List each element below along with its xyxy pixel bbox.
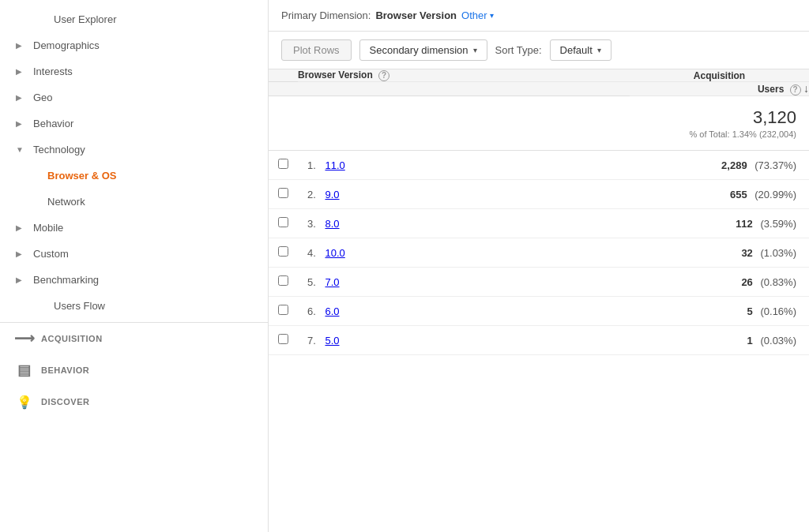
sidebar-label: Custom bbox=[33, 248, 69, 260]
help-icon[interactable]: ? bbox=[790, 84, 801, 96]
plot-rows-button[interactable]: Plot Rows bbox=[281, 39, 352, 61]
metric-pct: (73.37%) bbox=[754, 159, 796, 171]
behavior-icon: ▤ bbox=[16, 362, 33, 379]
arrow-icon: ▶ bbox=[16, 275, 25, 284]
secondary-dim-label: Secondary dimension bbox=[370, 44, 468, 56]
sidebar-label: DISCOVER bbox=[41, 397, 89, 406]
row-metric-cell: 655 (20.99%) bbox=[630, 180, 809, 209]
sidebar-item-technology[interactable]: ▼ Technology bbox=[0, 137, 268, 163]
bottom-nav: ⟶ ACQUISITION ▤ BEHAVIOR 💡 DISCOVER bbox=[0, 322, 268, 418]
chevron-down-icon: ▾ bbox=[597, 46, 601, 54]
sort-default-dropdown[interactable]: Default ▾ bbox=[550, 39, 611, 61]
metric-value: 1 bbox=[747, 335, 753, 347]
metric-pct: (20.99%) bbox=[754, 189, 796, 200]
sidebar-item-mobile[interactable]: ▶ Mobile bbox=[0, 215, 268, 241]
row-checkbox-cell[interactable] bbox=[269, 151, 298, 180]
browser-version-link[interactable]: 11.0 bbox=[325, 159, 344, 171]
arrow-icon: ▶ bbox=[16, 249, 25, 258]
metric-pct: (1.03%) bbox=[760, 247, 796, 259]
arrow-icon: ▼ bbox=[16, 145, 25, 154]
row-checkbox[interactable] bbox=[278, 275, 288, 286]
row-metric-cell: 26 (0.83%) bbox=[630, 268, 809, 297]
row-metric-cell: 1 (0.03%) bbox=[630, 326, 809, 355]
arrow-icon: ▶ bbox=[16, 67, 25, 76]
metric-value: 655 bbox=[730, 189, 747, 200]
sidebar-item-acquisition[interactable]: ⟶ ACQUISITION bbox=[0, 323, 268, 354]
sidebar-label: ACQUISITION bbox=[41, 334, 103, 343]
browser-version-link[interactable]: 10.0 bbox=[325, 247, 344, 259]
metric-value: 32 bbox=[741, 247, 752, 259]
row-dim-cell: 3. 8.0 bbox=[298, 209, 630, 238]
sidebar-label: Technology bbox=[33, 144, 85, 155]
table-row: 2. 9.0 655 (20.99%) bbox=[269, 180, 809, 209]
row-rank: 5. bbox=[307, 276, 316, 288]
sidebar-item-discover[interactable]: 💡 DISCOVER bbox=[0, 386, 268, 418]
sidebar-item-benchmarking[interactable]: ▶ Benchmarking bbox=[0, 267, 268, 293]
sidebar-item-custom[interactable]: ▶ Custom bbox=[0, 241, 268, 267]
row-metric-cell: 2,289 (73.37%) bbox=[630, 151, 809, 180]
total-sub: % of Total: 1.34% (232,004) bbox=[642, 129, 796, 139]
sidebar-label: BEHAVIOR bbox=[41, 365, 89, 375]
browser-version-link[interactable]: 5.0 bbox=[325, 335, 339, 347]
row-checkbox[interactable] bbox=[278, 188, 288, 198]
help-icon[interactable]: ? bbox=[378, 70, 389, 81]
row-checkbox-cell[interactable] bbox=[269, 297, 298, 326]
row-checkbox-cell[interactable] bbox=[269, 238, 298, 268]
sidebar-label: Interests bbox=[33, 66, 73, 77]
sort-arrow-icon: ↓ bbox=[803, 82, 809, 95]
secondary-dimension-dropdown[interactable]: Secondary dimension ▾ bbox=[359, 39, 487, 61]
browser-version-link[interactable]: 6.0 bbox=[325, 305, 339, 317]
row-checkbox[interactable] bbox=[278, 217, 288, 227]
table-row: 4. 10.0 32 (1.03%) bbox=[269, 238, 809, 268]
discover-icon: 💡 bbox=[16, 393, 33, 410]
metric-value: 5 bbox=[747, 305, 753, 317]
sidebar-item-behavior[interactable]: ▶ Behavior bbox=[0, 111, 268, 137]
row-rank: 7. bbox=[307, 335, 316, 347]
row-dim-cell: 7. 5.0 bbox=[298, 326, 630, 355]
other-link[interactable]: Other ▾ bbox=[461, 9, 494, 21]
sidebar-label: Browser & OS bbox=[47, 170, 116, 182]
row-rank: 1. bbox=[307, 159, 316, 171]
sort-type-label: Sort Type: bbox=[495, 44, 542, 56]
row-checkbox[interactable] bbox=[278, 305, 288, 315]
primary-dimension-bar: Primary Dimension: Browser Version Other… bbox=[269, 0, 809, 32]
sidebar-item-behavior-nav[interactable]: ▤ BEHAVIOR bbox=[0, 354, 268, 386]
table-row: 3. 8.0 112 (3.59%) bbox=[269, 209, 809, 238]
sidebar-item-demographics[interactable]: ▶ Demographics bbox=[0, 32, 268, 58]
primary-dim-label: Primary Dimension: bbox=[281, 9, 371, 21]
row-metric-cell: 112 (3.59%) bbox=[630, 209, 809, 238]
main-content: Primary Dimension: Browser Version Other… bbox=[269, 0, 809, 532]
browser-version-link[interactable]: 8.0 bbox=[325, 218, 339, 230]
primary-dim-value: Browser Version bbox=[375, 9, 457, 21]
sidebar-item-interests[interactable]: ▶ Interests bbox=[0, 58, 268, 84]
sort-default-label: Default bbox=[560, 44, 593, 56]
row-dim-cell: 4. 10.0 bbox=[298, 238, 630, 268]
row-checkbox-cell[interactable] bbox=[269, 326, 298, 355]
table-row: 6. 6.0 5 (0.16%) bbox=[269, 297, 809, 326]
sidebar-item-network[interactable]: Network bbox=[0, 189, 268, 215]
chevron-down-icon: ▾ bbox=[473, 46, 477, 54]
sidebar-item-browser-os[interactable]: Browser & OS bbox=[0, 163, 268, 189]
sidebar-label: Geo bbox=[33, 92, 53, 103]
browser-version-link[interactable]: 9.0 bbox=[325, 189, 339, 200]
row-checkbox[interactable] bbox=[278, 334, 288, 344]
browser-version-link[interactable]: 7.0 bbox=[325, 276, 339, 288]
table-row: 1. 11.0 2,289 (73.37%) bbox=[269, 151, 809, 180]
row-checkbox[interactable] bbox=[278, 159, 288, 169]
row-dim-cell: 2. 9.0 bbox=[298, 180, 630, 209]
row-checkbox-cell[interactable] bbox=[269, 209, 298, 238]
sidebar-item-user-explorer[interactable]: User Explorer bbox=[0, 6, 268, 32]
row-checkbox[interactable] bbox=[278, 246, 288, 257]
row-checkbox-cell[interactable] bbox=[269, 180, 298, 209]
sidebar-label: Mobile bbox=[33, 222, 63, 234]
metric-pct: (0.16%) bbox=[760, 305, 796, 317]
row-checkbox-cell[interactable] bbox=[269, 268, 298, 297]
sidebar-item-geo[interactable]: ▶ Geo bbox=[0, 84, 268, 111]
row-metric-cell: 32 (1.03%) bbox=[630, 238, 809, 268]
sidebar-label: Benchmarking bbox=[33, 274, 99, 286]
sidebar-item-users-flow[interactable]: Users Flow bbox=[0, 293, 268, 319]
sidebar-label: Users Flow bbox=[54, 300, 105, 312]
metric-value: 112 bbox=[736, 218, 753, 230]
row-metric-cell: 5 (0.16%) bbox=[630, 297, 809, 326]
other-label: Other bbox=[461, 9, 487, 21]
